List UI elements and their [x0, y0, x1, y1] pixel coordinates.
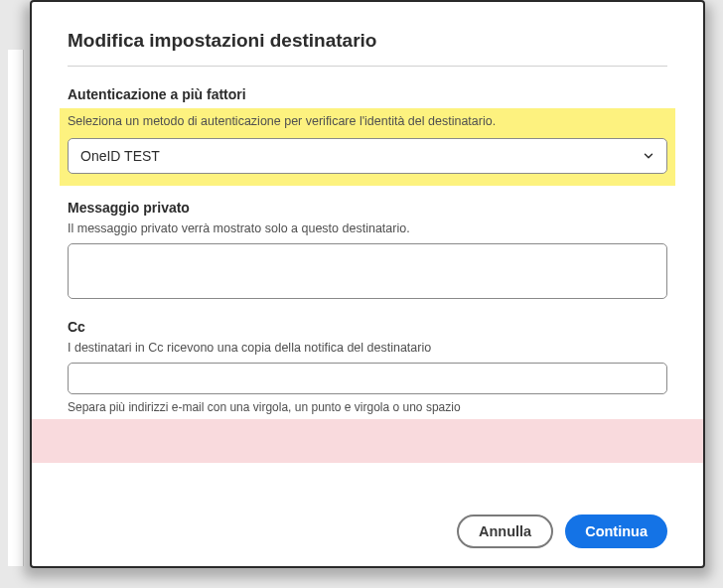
- cc-section: Cc I destinatari in Cc ricevono una copi…: [68, 319, 667, 414]
- dialog-title: Modifica impostazioni destinatario: [68, 30, 667, 52]
- cc-subtext: I destinatari in Cc ricevono una copia d…: [68, 341, 667, 355]
- continue-button[interactable]: Continua: [565, 514, 667, 548]
- mfa-label: Autenticazione a più fattori: [68, 86, 667, 102]
- cc-input[interactable]: [68, 363, 667, 394]
- cc-hint: Separa più indirizzi e-mail con una virg…: [68, 400, 667, 414]
- private-message-input[interactable]: [68, 243, 667, 299]
- mfa-select-wrap: OneID TEST: [68, 138, 667, 174]
- private-message-subtext: Il messaggio privato verrà mostrato solo…: [68, 221, 667, 235]
- mfa-highlight-block: Seleziona un metodo di autenticazione pe…: [60, 108, 675, 186]
- cancel-button[interactable]: Annulla: [457, 514, 553, 548]
- dialog-footer: Annulla Continua: [457, 514, 667, 548]
- cc-label: Cc: [68, 319, 667, 335]
- divider: [68, 66, 667, 67]
- mfa-method-selected: OneID TEST: [80, 148, 160, 164]
- alert-band: [32, 419, 703, 463]
- mfa-method-select[interactable]: OneID TEST: [68, 138, 667, 174]
- private-message-label: Messaggio privato: [68, 200, 667, 216]
- edit-recipient-settings-dialog: Modifica impostazioni destinatario Auten…: [30, 0, 705, 568]
- mfa-subtext: Seleziona un metodo di autenticazione pe…: [68, 110, 667, 128]
- private-message-section: Messaggio privato Il messaggio privato v…: [68, 200, 667, 303]
